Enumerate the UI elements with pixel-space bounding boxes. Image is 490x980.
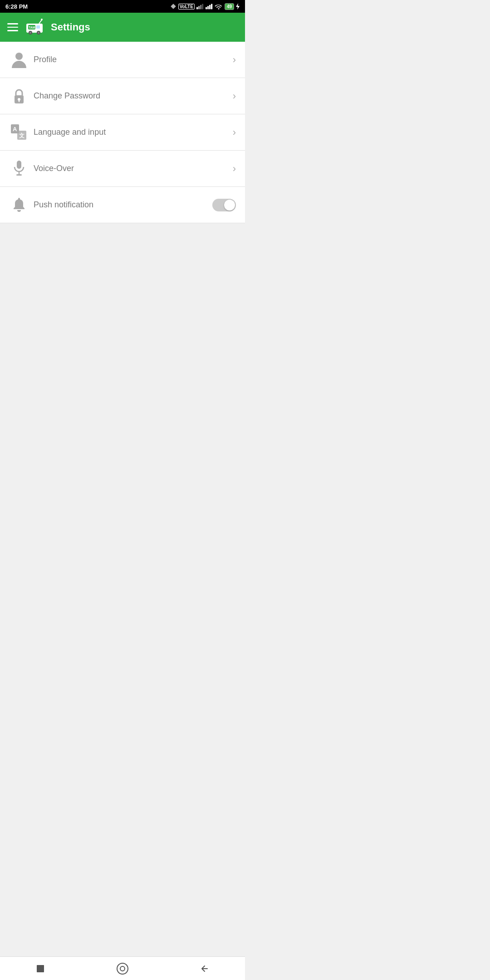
push-notification-toggle[interactable] xyxy=(212,199,236,211)
language-chevron-icon: › xyxy=(233,127,236,138)
bell-icon xyxy=(9,197,29,213)
svg-rect-0 xyxy=(196,7,198,10)
settings-item-language[interactable]: A 文 Language and input › xyxy=(0,114,245,151)
microphone-icon xyxy=(9,161,29,177)
settings-item-change-password[interactable]: Change Password › xyxy=(0,78,245,114)
svg-rect-7 xyxy=(211,4,212,9)
svg-point-10 xyxy=(41,19,43,20)
status-time: 6:28 PM xyxy=(5,3,28,10)
svg-rect-21 xyxy=(19,100,20,102)
battery-icon: 49 xyxy=(225,3,234,10)
toggle-knob xyxy=(224,200,235,211)
language-label: Language and input xyxy=(29,127,233,137)
page-title: Settings xyxy=(51,21,90,33)
voice-over-label: Voice-Over xyxy=(29,164,233,173)
charging-icon xyxy=(236,3,240,10)
push-notification-label: Push notification xyxy=(29,200,212,210)
svg-rect-3 xyxy=(202,4,203,9)
empty-content-area xyxy=(0,223,245,466)
svg-point-18 xyxy=(15,53,23,60)
language-icon: A 文 xyxy=(9,124,29,141)
status-icons: VoLTE 49 xyxy=(170,3,240,10)
settings-item-profile[interactable]: Profile › xyxy=(0,42,245,78)
settings-item-voice-over[interactable]: Voice-Over › xyxy=(0,151,245,187)
lock-icon xyxy=(9,88,29,104)
change-password-chevron-icon: › xyxy=(233,90,236,102)
svg-rect-26 xyxy=(17,161,21,169)
wifi-icon xyxy=(215,3,223,10)
svg-text:TAM: TAM xyxy=(29,26,35,29)
svg-rect-1 xyxy=(198,6,200,9)
signal-icon-1 xyxy=(196,3,204,10)
svg-line-9 xyxy=(39,20,42,24)
svg-rect-2 xyxy=(200,5,201,10)
app-logo: TAM xyxy=(24,17,44,37)
svg-rect-5 xyxy=(207,6,209,9)
hamburger-menu-button[interactable] xyxy=(7,23,18,31)
change-password-label: Change Password xyxy=(29,91,233,101)
svg-rect-4 xyxy=(206,7,207,10)
app-bar: TAM Settings xyxy=(0,13,245,42)
svg-text:文: 文 xyxy=(19,132,24,139)
status-bar: 6:28 PM VoLTE 49 xyxy=(0,0,245,13)
svg-point-15 xyxy=(29,32,31,34)
signal-icon-2 xyxy=(206,3,213,10)
settings-list: Profile › Change Password › A 文 Language… xyxy=(0,42,245,223)
voice-over-chevron-icon: › xyxy=(233,163,236,175)
svg-rect-13 xyxy=(36,25,40,29)
navigation-icon xyxy=(170,3,176,10)
profile-chevron-icon: › xyxy=(233,54,236,66)
volte-icon: VoLTE xyxy=(178,4,195,10)
profile-icon xyxy=(9,52,29,68)
profile-label: Profile xyxy=(29,55,233,64)
svg-point-17 xyxy=(38,32,39,34)
svg-rect-6 xyxy=(209,5,211,10)
svg-text:A: A xyxy=(13,126,17,132)
svg-rect-28 xyxy=(16,174,22,176)
settings-item-push-notification[interactable]: Push notification xyxy=(0,187,245,223)
